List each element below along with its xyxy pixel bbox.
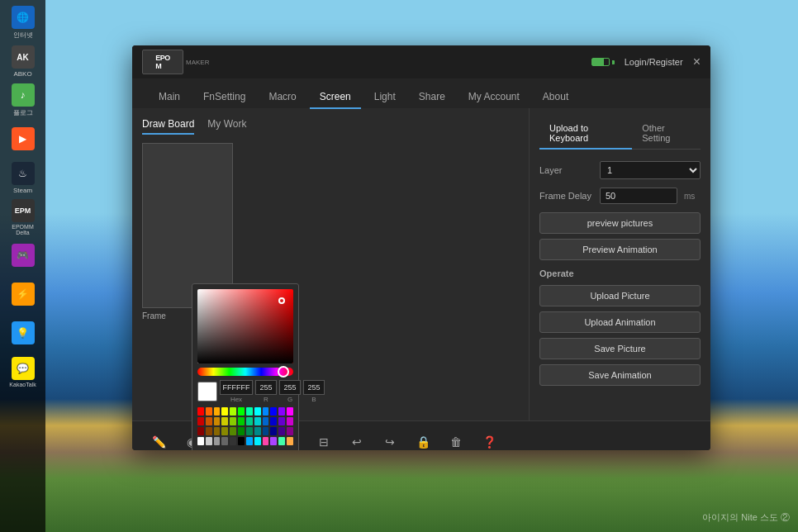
taskbar-icon-kakaotalk[interactable]: 💬 KakaoTalk	[4, 354, 41, 391]
swatch[interactable]	[214, 437, 221, 445]
hue-slider[interactable]	[197, 368, 293, 376]
swatch[interactable]	[246, 407, 253, 416]
nav-item-share[interactable]: Share	[409, 86, 455, 109]
save-animation-button[interactable]: Save Animation	[539, 364, 701, 386]
swatch[interactable]	[230, 437, 236, 445]
swatch[interactable]	[238, 407, 245, 416]
swatch[interactable]	[214, 417, 221, 425]
tab-mywork[interactable]: My Work	[207, 118, 246, 135]
swatch[interactable]	[278, 417, 285, 425]
taskbar-icon-epom[interactable]: EPM EPOMMDelta	[4, 198, 41, 235]
delete-tool[interactable]: 🗑	[443, 429, 469, 451]
swatch[interactable]	[270, 407, 277, 416]
upload-animation-button[interactable]: Upload Animation	[539, 311, 701, 333]
swatch[interactable]	[287, 427, 293, 435]
swatch[interactable]	[230, 427, 236, 435]
taskbar-icon-app2[interactable]: ▶	[4, 121, 41, 158]
swatch[interactable]	[238, 417, 245, 425]
close-button[interactable]: ×	[693, 55, 701, 69]
swatch[interactable]	[221, 427, 228, 435]
lock-tool[interactable]: 🔒	[410, 429, 436, 451]
operate-label: Operate	[539, 268, 701, 278]
swatch[interactable]	[270, 437, 277, 445]
swatch[interactable]	[230, 407, 236, 416]
swatch[interactable]	[278, 407, 285, 416]
swatch[interactable]	[263, 407, 269, 416]
swatch[interactable]	[287, 407, 293, 416]
left-panel: Draw Board My Work	[132, 108, 529, 420]
swatch[interactable]	[278, 437, 285, 445]
swatch[interactable]	[263, 427, 269, 435]
hue-cursor	[278, 366, 289, 378]
color-preview	[197, 382, 217, 401]
preview-pictures-button[interactable]: preview pictures	[539, 212, 701, 234]
layer-select[interactable]: 1 2 3	[600, 161, 701, 179]
swatch[interactable]	[254, 407, 261, 416]
swatch[interactable]	[230, 417, 236, 425]
remove-frame-tool[interactable]: ⊟	[311, 429, 337, 451]
swatch[interactable]	[214, 427, 221, 435]
pen-tool[interactable]: ✏️	[145, 429, 172, 451]
title-bar: EPOM MAKER Login/Register ×	[132, 45, 710, 78]
swatch[interactable]	[246, 437, 253, 445]
swatch[interactable]	[263, 417, 269, 425]
frame-delay-input[interactable]	[600, 188, 677, 204]
taskbar-icon-browser[interactable]: 🌐 인터넷	[4, 4, 41, 41]
nav-item-screen[interactable]: Screen	[310, 86, 361, 109]
swatch[interactable]	[287, 437, 293, 445]
swatch[interactable]	[278, 427, 285, 435]
swatch[interactable]	[254, 417, 261, 425]
swatch[interactable]	[263, 437, 269, 445]
taskbar-icon-app1[interactable]: ♪ 플로그	[4, 82, 41, 119]
color-gradient[interactable]	[197, 289, 293, 363]
swatch[interactable]	[197, 437, 204, 445]
upload-picture-button[interactable]: Upload Picture	[539, 285, 701, 306]
swatch[interactable]	[270, 427, 277, 435]
tab-other-setting[interactable]: Other Setting	[632, 118, 701, 150]
swatch[interactable]	[206, 417, 212, 425]
taskbar-icon-app5[interactable]: 💡	[4, 315, 41, 352]
swatch[interactable]	[287, 417, 293, 425]
g-input[interactable]	[279, 380, 301, 395]
nav-item-about[interactable]: About	[533, 86, 578, 109]
login-register-link[interactable]: Login/Register	[625, 57, 683, 67]
swatch[interactable]	[254, 427, 261, 435]
swatch[interactable]	[246, 417, 253, 425]
swatch[interactable]	[206, 427, 212, 435]
b-input[interactable]	[303, 380, 325, 395]
tab-upload-keyboard[interactable]: Upload to Keyboard	[539, 118, 632, 150]
r-input[interactable]	[255, 380, 277, 395]
taskbar-icon-abko[interactable]: AK ABKO	[4, 43, 41, 80]
hex-input[interactable]	[220, 380, 253, 395]
swatch[interactable]	[221, 437, 228, 445]
swatch[interactable]	[214, 407, 221, 416]
taskbar-icon-app3[interactable]: 🎮	[4, 237, 41, 274]
help-tool[interactable]: ❓	[476, 429, 502, 451]
preview-animation-button[interactable]: Preview Animation	[539, 239, 701, 260]
save-picture-button[interactable]: Save Picture	[539, 338, 701, 359]
taskbar: 🌐 인터넷 AK ABKO ♪ 플로그 ▶ ♨ Steam EPM EPOMMD…	[0, 0, 45, 532]
redo-tool[interactable]: ↪	[377, 429, 403, 451]
r-input-group: R	[255, 380, 277, 403]
swatch[interactable]	[206, 437, 212, 445]
swatch[interactable]	[221, 407, 228, 416]
swatch[interactable]	[246, 427, 253, 435]
swatch[interactable]	[197, 407, 204, 416]
swatch[interactable]	[238, 427, 245, 435]
swatch[interactable]	[221, 417, 228, 425]
undo-tool[interactable]: ↩	[344, 429, 370, 451]
nav-item-light[interactable]: Light	[364, 86, 406, 109]
swatch[interactable]	[206, 407, 212, 416]
taskbar-icon-app4[interactable]: ⚡	[4, 276, 41, 313]
nav-item-myaccount[interactable]: My Account	[458, 86, 530, 109]
nav-item-macro[interactable]: Macro	[259, 86, 306, 109]
taskbar-icon-steam[interactable]: ♨ Steam	[4, 159, 41, 197]
swatch[interactable]	[254, 437, 261, 445]
swatch[interactable]	[197, 417, 204, 425]
nav-item-fnsetting[interactable]: FnSetting	[193, 86, 255, 109]
swatch[interactable]	[270, 417, 277, 425]
swatch[interactable]	[197, 427, 204, 435]
swatch[interactable]	[238, 437, 245, 445]
nav-item-main[interactable]: Main	[149, 86, 190, 109]
tab-drawboard[interactable]: Draw Board	[142, 118, 194, 135]
